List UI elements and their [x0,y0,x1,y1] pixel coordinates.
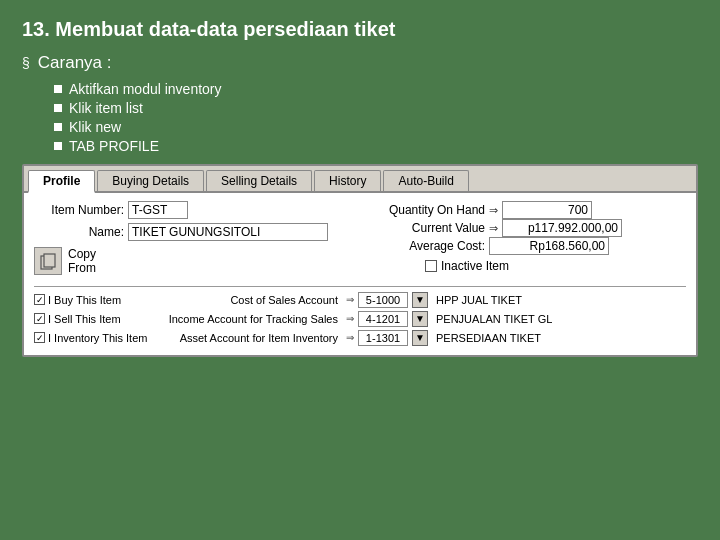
current-value-arrow-icon: ⇒ [489,222,498,235]
inactive-item-row: Inactive Item [425,259,686,273]
tab-buying-details[interactable]: Buying Details [97,170,204,191]
sub-bullet-4: TAB PROFILE [54,138,698,154]
sub-bullet-3: Klik new [54,119,698,135]
form-body: Item Number: Name: CopyFrom [24,193,696,355]
cost-of-sales-code[interactable] [358,292,408,308]
tab-profile[interactable]: Profile [28,170,95,193]
asset-label: Asset Account for Item Inventory [158,332,338,344]
cost-of-sales-name: HPP JUAL TIKET [436,294,522,306]
sell-label: I Sell This Item [48,313,121,325]
sell-checkbox[interactable]: ✓ [34,313,45,324]
name-input[interactable] [128,223,328,241]
cost-arrow-icon: ⇒ [346,294,354,305]
buy-label: I Buy This Item [48,294,121,306]
right-column: Quantity On Hand ⇒ Current Value ⇒ Avera… [355,201,686,280]
sub-bullet-1: Aktifkan modul inventory [54,81,698,97]
slide-title: 13. Membuat data-data persediaan tiket [22,18,698,41]
tab-auto-build[interactable]: Auto-Build [383,170,468,191]
income-name: PENJUALAN TIKET GL [436,313,552,325]
sub-bullet-2: Klik item list [54,100,698,116]
copy-icon[interactable] [34,247,62,275]
cost-of-sales-btn[interactable]: ▼ [412,292,428,308]
buy-row: ✓ I Buy This Item Cost of Sales Account … [34,292,686,308]
tab-history[interactable]: History [314,170,381,191]
main-bullet-label: Caranya : [38,53,112,73]
cost-of-sales-label: Cost of Sales Account [158,294,338,306]
income-label: Income Account for Tracking Sales [158,313,338,325]
bullet-sq-icon [54,85,62,93]
income-code[interactable] [358,311,408,327]
left-column: Item Number: Name: CopyFrom [34,201,355,280]
inventory-label: I Inventory This Item [48,332,147,344]
copy-from-area: CopyFrom [34,247,355,276]
svg-rect-1 [44,254,55,267]
avg-cost-input[interactable] [489,237,609,255]
form-panel: Profile Buying Details Selling Details H… [22,164,698,357]
asset-name: PERSEDIAAN TIKET [436,332,541,344]
bullet-sq-icon [54,104,62,112]
qty-on-hand-input[interactable] [502,201,592,219]
bullet-sq-icon [54,142,62,150]
current-value-input[interactable] [502,219,622,237]
tab-bar: Profile Buying Details Selling Details H… [24,166,696,193]
main-bullet-icon: § [22,55,30,71]
asset-arrow-icon: ⇒ [346,332,354,343]
bullet-sq-icon [54,123,62,131]
income-btn[interactable]: ▼ [412,311,428,327]
inventory-checkbox[interactable]: ✓ [34,332,45,343]
qty-arrow-icon: ⇒ [489,204,498,217]
sell-row: ✓ I Sell This Item Income Account for Tr… [34,311,686,327]
income-arrow-icon: ⇒ [346,313,354,324]
qty-on-hand-label: Quantity On Hand [365,203,485,217]
inactive-item-label: Inactive Item [441,259,509,273]
tab-selling-details[interactable]: Selling Details [206,170,312,191]
bottom-section: ✓ I Buy This Item Cost of Sales Account … [34,286,686,346]
current-value-label: Current Value [365,221,485,235]
copy-svg-icon [39,252,57,270]
sub-bullets: Aktifkan modul inventory Klik item list … [54,81,698,154]
item-number-label: Item Number: [34,203,124,217]
asset-btn[interactable]: ▼ [412,330,428,346]
inventory-row: ✓ I Inventory This Item Asset Account fo… [34,330,686,346]
inactive-item-checkbox[interactable] [425,260,437,272]
item-number-input[interactable] [128,201,188,219]
asset-code[interactable] [358,330,408,346]
name-label: Name: [34,225,124,239]
copy-from-label: CopyFrom [68,247,96,276]
avg-cost-label: Average Cost: [365,239,485,253]
buy-checkbox[interactable]: ✓ [34,294,45,305]
